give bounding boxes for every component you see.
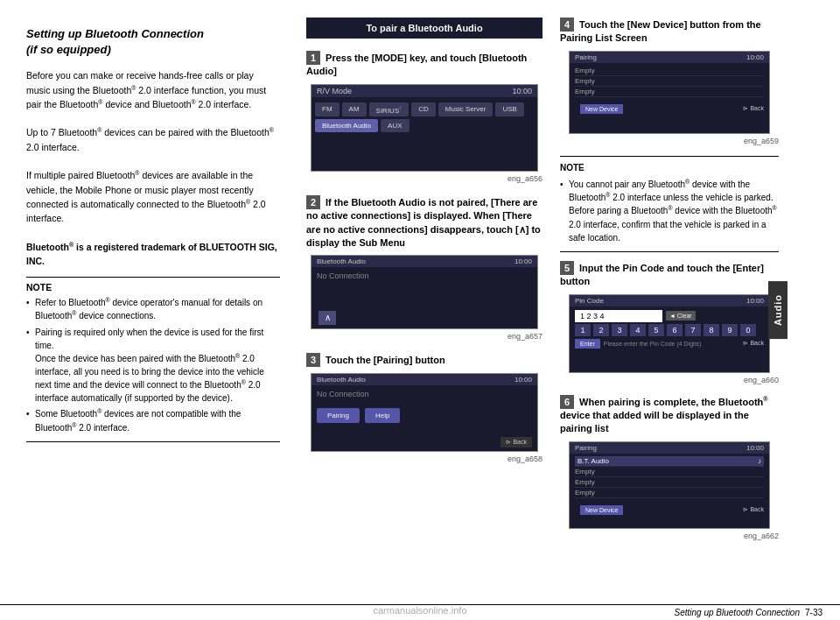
cd-btn[interactable]: CD: [411, 102, 436, 117]
step-1-block: 1 Press the [MODE] key, and touch [Bluet…: [306, 51, 542, 183]
radio-screen-title: R/V Mode: [317, 87, 352, 95]
right-note-list: You cannot pair any Bluetooth® device wi…: [560, 178, 779, 244]
step-2-num: 2: [306, 195, 320, 209]
pin-8[interactable]: 8: [704, 324, 719, 336]
enter-btn[interactable]: Enter: [575, 339, 600, 349]
plist-time: 10:00: [746, 53, 764, 61]
left-column: Setting up Bluetooth Connection (if so e…: [0, 0, 298, 620]
left-note-list: Refer to Bluetooth® device operator's ma…: [26, 296, 280, 434]
pin-9[interactable]: 9: [722, 324, 738, 336]
pin-3[interactable]: 3: [612, 324, 627, 336]
pin-7[interactable]: 7: [685, 324, 701, 336]
intro-text: Before you can make or receive hands-fre…: [26, 68, 280, 268]
complete-item-2: Empty: [575, 467, 764, 477]
page-subtitle: (if so equipped): [26, 43, 111, 56]
plist-items: Empty Empty Empty: [570, 63, 769, 100]
plist-title: Pairing: [575, 53, 597, 61]
radio-screen-topbar: R/V Mode 10:00: [312, 85, 537, 97]
sirius-btn[interactable]: SIRIUS↑: [369, 102, 410, 117]
radio-screen-time: 10:00: [512, 87, 532, 95]
step-3-num: 3: [306, 353, 320, 367]
bluetooth-audio-btn[interactable]: Bluetooth Audio: [315, 119, 378, 132]
pairing-screen: Bluetooth Audio 10:00 No Connection Pair…: [311, 373, 538, 452]
bt-noconn-screen: Bluetooth Audio 10:00 No Connection ∧: [311, 255, 538, 329]
pairing-screen-topbar: Bluetooth Audio 10:00: [312, 374, 537, 385]
step-5-label: 5 Input the Pin Code and touch the [Ente…: [560, 261, 779, 289]
step-5-block: 5 Input the Pin Code and touch the [Ente…: [560, 261, 779, 384]
pin-4[interactable]: 4: [630, 324, 646, 336]
step-4-block: 4 Touch the [New Device] button from the…: [560, 18, 779, 145]
complete-screen: Pairing 10:00 B.T. Audio ♪ Empty Empty E…: [569, 441, 770, 529]
pin-title: Pin Code: [575, 297, 604, 305]
plist-caption: eng_a659: [560, 137, 779, 145]
complete-items: B.T. Audio ♪ Empty Empty Empty: [570, 454, 769, 501]
complete-item-4: Empty: [575, 488, 764, 498]
bottom-label: Setting up Bluetooth Connection: [675, 608, 800, 617]
plist-topbar: Pairing 10:00: [570, 52, 769, 63]
pairing-screen-caption: eng_a658: [306, 454, 542, 463]
left-note-box: NOTE Refer to Bluetooth® device operator…: [26, 277, 280, 442]
radio-screen: R/V Mode 10:00 FM AM SIRIUS↑ CD Music Se…: [311, 84, 538, 172]
pin-code-screen: Pin Code 10:00 1 2 3 4 ◄ Clear 1 2 3 4 5…: [569, 294, 770, 373]
note-item-1: Refer to Bluetooth® device operator's ma…: [26, 296, 280, 323]
help-btn[interactable]: Help: [365, 408, 400, 423]
step-4-label: 4 Touch the [New Device] button from the…: [560, 18, 779, 46]
pin-6[interactable]: 6: [667, 324, 682, 336]
pin-numpad: 1 2 3 4 5 6 7 8 9 0: [570, 324, 769, 336]
complete-topbar: Pairing 10:00: [570, 442, 769, 454]
pin-1[interactable]: 1: [575, 324, 591, 336]
radio-screen-caption: eng_a656: [306, 174, 542, 183]
am-btn[interactable]: AM: [342, 102, 367, 117]
pin-caption: eng_a660: [560, 376, 779, 384]
pin-0[interactable]: 0: [740, 324, 756, 336]
note-item-2: Pairing is required only when the device…: [26, 326, 280, 405]
step-1-num: 1: [306, 51, 320, 65]
usb-btn[interactable]: USB: [495, 102, 523, 117]
step-2-block: 2 If the Bluetooth Audio is not paired, …: [306, 195, 542, 342]
pin-back-btn[interactable]: ⊳ Back: [743, 340, 764, 347]
submenu-arrow-btn[interactable]: ∧: [318, 311, 336, 325]
pin-clear-btn[interactable]: ◄ Clear: [666, 311, 696, 321]
bt-noconn-time: 10:00: [514, 257, 532, 265]
step-1-label: 1 Press the [MODE] key, and touch [Bluet…: [306, 51, 542, 79]
new-device-btn[interactable]: New Device: [580, 104, 623, 114]
pin-field[interactable]: 1 2 3 4: [575, 310, 662, 322]
bt-noconn-title: Bluetooth Audio: [317, 257, 366, 265]
step-4-num: 4: [560, 18, 574, 32]
complete-item-3: Empty: [575, 477, 764, 488]
fm-btn[interactable]: FM: [315, 102, 340, 117]
plist-back-btn[interactable]: ⊳ Back: [743, 105, 764, 112]
music-server-btn[interactable]: Music Server: [438, 102, 494, 117]
pin-5[interactable]: 5: [648, 324, 664, 336]
right-note-box: NOTE You cannot pair any Bluetooth® devi…: [560, 156, 779, 252]
pairing-back-btn[interactable]: ⊳ Back: [500, 437, 532, 447]
plist-item-2: Empty: [575, 76, 764, 87]
pin-time: 10:00: [746, 297, 764, 305]
complete-bottom: New Device ⊳ Back: [570, 501, 769, 519]
pairing-btn[interactable]: Pairing: [317, 408, 360, 423]
note-item-3: Some Bluetooth® devices are not compatib…: [26, 407, 280, 434]
complete-new-device-btn[interactable]: New Device: [580, 505, 623, 515]
aux-btn[interactable]: AUX: [381, 119, 409, 132]
pin-input-row: 1 2 3 4 ◄ Clear: [570, 306, 769, 324]
pairing-screen-area: No Connection: [312, 385, 537, 403]
pairing-screen-title: Bluetooth Audio: [317, 376, 366, 384]
bottom-page: 7-33: [805, 608, 822, 617]
step-6-num: 6: [560, 395, 574, 409]
no-conn-status: No Connection: [317, 268, 369, 284]
step-3-block: 3 Touch the [Pairing] button Bluetooth A…: [306, 353, 542, 462]
complete-item-1: B.T. Audio ♪: [575, 456, 764, 467]
step-6-label: 6 When pairing is complete, the Bluetoot…: [560, 395, 779, 436]
pairing-list-screen: Pairing 10:00 Empty Empty Empty New Devi…: [569, 51, 770, 134]
section-title: Setting up Bluetooth Connection (if so e…: [26, 26, 280, 58]
bt-noconn-topbar: Bluetooth Audio 10:00: [312, 256, 537, 267]
pin-bottom: Enter Please enter the Pin Code (4 Digit…: [570, 336, 769, 351]
step-6-block: 6 When pairing is complete, the Bluetoot…: [560, 395, 779, 540]
page-container: Setting up Bluetooth Connection (if so e…: [0, 0, 840, 620]
step-2-label: 2 If the Bluetooth Audio is not paired, …: [306, 195, 542, 250]
complete-back-btn[interactable]: ⊳ Back: [743, 506, 764, 513]
page-title: Setting up Bluetooth Connection: [26, 27, 204, 40]
plist-item-1: Empty: [575, 66, 764, 76]
pin-2[interactable]: 2: [593, 324, 609, 336]
pin-placeholder: Please enter the Pin Code (4 Digits): [604, 341, 702, 347]
